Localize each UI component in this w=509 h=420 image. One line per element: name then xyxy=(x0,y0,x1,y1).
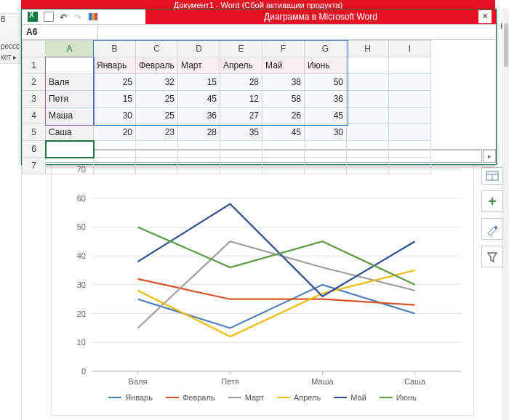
cell[interactable] xyxy=(94,158,136,174)
legend-item[interactable]: Июнь xyxy=(380,393,417,402)
cell[interactable] xyxy=(46,158,94,174)
row-header-3[interactable]: 3 xyxy=(23,91,46,108)
cell[interactable]: 28 xyxy=(178,124,220,141)
cell[interactable] xyxy=(347,141,389,158)
spreadsheet-grid[interactable]: ABCDEFGHI1ЯнварьФевральМартАпрельМайИюнь… xyxy=(22,40,496,149)
cell[interactable] xyxy=(347,124,389,141)
cell[interactable]: 45 xyxy=(262,124,305,141)
cell[interactable] xyxy=(347,57,389,74)
cell[interactable]: Маша xyxy=(46,108,94,124)
cell[interactable] xyxy=(220,141,262,158)
col-header-I[interactable]: I xyxy=(389,41,431,57)
save-icon[interactable] xyxy=(44,12,54,22)
cell[interactable] xyxy=(389,141,431,158)
cell[interactable]: 23 xyxy=(136,124,178,141)
legend-item[interactable]: Март xyxy=(228,393,264,402)
cell[interactable]: 58 xyxy=(262,91,305,108)
close-icon[interactable]: × xyxy=(478,10,492,23)
cell[interactable]: Февраль xyxy=(136,57,178,74)
document-vertical-scrollbar[interactable] xyxy=(502,9,509,420)
cell[interactable]: 20 xyxy=(94,124,136,141)
cell[interactable] xyxy=(389,74,431,91)
cell[interactable]: 25 xyxy=(136,91,178,108)
chart-filter-button[interactable] xyxy=(481,246,503,267)
cell[interactable]: 36 xyxy=(178,108,220,124)
cell[interactable]: 35 xyxy=(220,124,262,141)
cell[interactable]: 50 xyxy=(305,74,347,91)
cell[interactable] xyxy=(347,108,389,124)
chart-layout-button[interactable] xyxy=(481,167,503,185)
legend-item[interactable]: Февраль xyxy=(166,393,215,402)
cell[interactable] xyxy=(389,108,431,124)
cell[interactable]: 25 xyxy=(94,74,136,91)
cell[interactable] xyxy=(347,91,389,108)
col-header-D[interactable]: D xyxy=(178,41,220,57)
chart-elements-button[interactable]: + xyxy=(481,190,503,212)
cell[interactable] xyxy=(389,124,431,141)
undo-icon[interactable]: ↶ xyxy=(60,12,68,21)
cell[interactable] xyxy=(220,158,262,174)
legend-item[interactable]: Апрель xyxy=(277,393,321,402)
col-header-A[interactable]: A xyxy=(46,41,94,57)
cell[interactable] xyxy=(94,141,136,158)
cell[interactable] xyxy=(178,141,220,158)
col-header-B[interactable]: B xyxy=(94,41,136,57)
cell[interactable]: Июнь xyxy=(305,57,347,74)
cell[interactable] xyxy=(305,141,347,158)
legend-item[interactable]: Май xyxy=(334,393,366,402)
cell[interactable] xyxy=(389,57,431,74)
cell[interactable] xyxy=(347,158,389,174)
chart-styles-button[interactable] xyxy=(481,218,503,240)
cell[interactable] xyxy=(178,158,220,174)
col-header-G[interactable]: G xyxy=(305,41,347,57)
cell[interactable]: 28 xyxy=(220,74,262,91)
cell[interactable]: Март xyxy=(178,57,220,74)
row-header-5[interactable]: 5 xyxy=(23,124,46,141)
redo-icon[interactable]: ↷ xyxy=(74,12,83,21)
scroll-thumb[interactable] xyxy=(504,23,508,67)
cell[interactable] xyxy=(46,141,94,158)
cell[interactable]: 45 xyxy=(305,108,347,124)
row-header-1[interactable]: 1 xyxy=(23,57,46,74)
col-header-C[interactable]: C xyxy=(136,41,178,57)
cell[interactable]: 38 xyxy=(262,74,305,91)
cell[interactable] xyxy=(136,141,178,158)
legend-item[interactable]: Январь xyxy=(108,393,153,402)
cell[interactable]: Май xyxy=(262,57,305,74)
cell[interactable]: Январь xyxy=(94,57,136,74)
cell[interactable]: 25 xyxy=(136,108,178,124)
col-header-H[interactable]: H xyxy=(347,41,389,57)
row-header-2[interactable]: 2 xyxy=(23,74,46,91)
col-header-E[interactable]: E xyxy=(220,41,262,57)
cell[interactable]: Саша xyxy=(46,124,94,141)
cell[interactable]: 45 xyxy=(178,91,220,108)
scroll-right-icon[interactable]: ▸ xyxy=(483,150,496,163)
cell[interactable]: Петя xyxy=(46,91,94,108)
cell[interactable]: 36 xyxy=(305,91,347,108)
cell[interactable]: 15 xyxy=(94,91,136,108)
cell[interactable]: 12 xyxy=(220,91,262,108)
cell[interactable]: Валя xyxy=(46,74,94,91)
cell[interactable] xyxy=(347,74,389,91)
cell[interactable]: Апрель xyxy=(220,57,262,74)
cell[interactable] xyxy=(262,141,305,158)
cell[interactable]: 30 xyxy=(94,108,136,124)
cell[interactable] xyxy=(136,158,178,174)
row-header-7[interactable]: 7 xyxy=(23,158,46,174)
cell[interactable] xyxy=(262,158,305,174)
cell[interactable] xyxy=(389,158,431,174)
name-box[interactable]: A6 xyxy=(22,25,98,39)
cell[interactable]: 30 xyxy=(305,124,347,141)
cell[interactable] xyxy=(46,57,94,74)
cell[interactable]: 15 xyxy=(178,74,220,91)
col-header-F[interactable]: F xyxy=(262,41,305,57)
chart-icon[interactable] xyxy=(89,13,97,20)
chart-object[interactable]: 010203040506070ВаляПетяМашаСаша ЯнварьФе… xyxy=(51,160,474,416)
cell[interactable]: 32 xyxy=(136,74,178,91)
cell[interactable] xyxy=(389,91,431,108)
cell[interactable]: 26 xyxy=(262,108,305,124)
row-header-4[interactable]: 4 xyxy=(23,108,46,124)
cell[interactable]: 27 xyxy=(220,108,262,124)
cell[interactable] xyxy=(305,158,347,174)
row-header-6[interactable]: 6 xyxy=(23,141,46,158)
